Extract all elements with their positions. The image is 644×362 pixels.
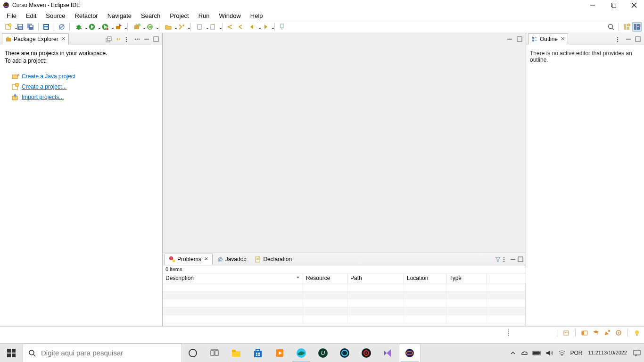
tray-battery-icon[interactable] [532,344,542,362]
pin-editor-button[interactable] [278,22,287,32]
cortana-icon[interactable] [182,344,204,362]
save-button[interactable] [16,22,25,32]
maximize-view-icon[interactable] [152,35,160,43]
svg-rect-150 [533,352,539,354]
tray-clock[interactable]: 11:21 13/10/2022 [586,344,629,362]
app-c-icon[interactable] [334,344,355,362]
tray-language[interactable]: POR [570,344,582,362]
svg-marker-145 [387,349,391,357]
menu-navigate[interactable]: Navigate [103,11,136,20]
drag-handle-icon[interactable] [508,329,512,337]
menu-window[interactable]: Window [215,11,246,20]
col-type[interactable]: Type [446,273,487,283]
window-minimize-button[interactable] [589,2,596,8]
col-location[interactable]: Location [404,273,446,283]
whatsnew-icon[interactable] [603,329,611,337]
window-maximize-button[interactable] [610,2,617,8]
view-menu-icon[interactable] [133,35,141,43]
menu-file[interactable]: File [2,11,21,20]
tab-problems[interactable]: ! Problems ✕ [165,254,213,265]
task-view-icon[interactable] [204,344,225,362]
filter-icon[interactable] [495,256,501,263]
back-button[interactable] [246,22,258,32]
open-perspective-button[interactable] [622,22,631,32]
taskbar-search[interactable] [23,344,182,362]
app-u-icon[interactable]: U [312,344,334,362]
menu-project[interactable]: Project [165,11,193,20]
menu-refactor[interactable]: Refactor [70,11,103,20]
tray-wifi-icon[interactable] [558,344,566,362]
eclipse-taskbar-icon[interactable] [399,344,421,362]
minimize-view-icon[interactable] [624,35,633,43]
windows-taskbar: U POR 11:21 13/10/2022 [0,343,644,362]
maximize-view-icon[interactable] [517,256,524,263]
new-button[interactable] [2,22,15,32]
forward-button[interactable] [259,22,272,32]
start-button[interactable] [0,344,23,362]
access-search-button[interactable] [606,22,616,32]
file-explorer-icon[interactable] [225,344,247,362]
close-icon[interactable]: ✕ [561,36,565,42]
create-java-project-link[interactable]: Create a Java project [22,73,75,80]
link-editor-icon[interactable] [114,35,123,43]
view-menu-icon[interactable] [615,35,623,43]
back-history-button[interactable] [236,22,245,32]
view-menu-icon[interactable] [502,256,509,263]
svg-rect-17 [44,27,48,29]
filters-icon[interactable] [124,35,132,43]
menu-search[interactable]: Search [136,11,165,20]
minimize-view-icon[interactable] [142,35,151,43]
tab-javadoc[interactable]: @ Javadoc [213,254,251,265]
col-path[interactable]: Path [347,273,404,283]
run-last-button[interactable] [112,22,124,32]
menu-run[interactable]: Run [194,11,215,20]
package-explorer-tab[interactable]: Package Explorer ✕ [2,33,69,45]
open-type-button[interactable] [162,22,174,32]
skip-breakpoints-button[interactable] [57,22,66,32]
menu-source[interactable]: Source [41,11,70,20]
save-all-button[interactable] [26,22,35,32]
maximize-view-icon[interactable] [634,35,642,43]
overview-icon[interactable] [580,329,589,337]
toggle-breadcrumb-button[interactable] [41,22,51,32]
media-player-icon[interactable] [269,344,290,362]
tutorials-icon[interactable] [592,329,600,337]
taskbar-search-input[interactable] [41,349,177,357]
prev-annotation-button[interactable] [207,22,219,32]
tray-onedrive-icon[interactable] [520,344,528,362]
tab-declaration[interactable]: Declaration [250,254,296,265]
menu-help[interactable]: Help [246,11,268,20]
window-close-button[interactable] [631,2,637,8]
app-gear-icon[interactable] [355,344,377,362]
search-button[interactable] [175,22,188,32]
tray-volume-icon[interactable] [545,344,554,362]
close-icon[interactable]: ✕ [61,36,66,42]
edge-icon[interactable] [290,344,312,362]
new-java-package-button[interactable] [131,22,143,32]
last-edit-button[interactable] [225,22,235,32]
run-button[interactable] [86,22,98,32]
visual-studio-icon[interactable] [377,344,399,362]
menu-edit[interactable]: Edit [21,11,41,20]
create-project-link[interactable]: Create a project... [22,83,66,90]
tray-notifications-icon[interactable] [633,344,641,362]
coverage-button[interactable] [99,22,111,32]
next-annotation-button[interactable] [194,22,206,32]
ms-store-icon[interactable] [247,344,269,362]
tray-chevron-icon[interactable] [510,344,516,362]
minimize-editor-icon[interactable] [505,35,514,43]
close-icon[interactable]: ✕ [204,256,208,262]
minimize-view-icon[interactable] [510,256,516,263]
settings-cog-icon[interactable] [614,329,623,337]
java-perspective-button[interactable]: J [632,22,642,32]
maximize-editor-icon[interactable] [515,35,524,43]
samples-icon[interactable] [562,329,570,337]
debug-button[interactable] [73,22,85,32]
outline-tab[interactable]: Outline ✕ [528,33,568,45]
tip-bulb-icon[interactable] [633,329,641,337]
collapse-all-icon[interactable] [105,35,113,43]
col-resource[interactable]: Resource [303,273,347,283]
import-projects-link[interactable]: Import projects... [22,94,64,100]
col-description[interactable]: Description [163,273,303,283]
new-java-class-button[interactable]: C [144,22,156,32]
